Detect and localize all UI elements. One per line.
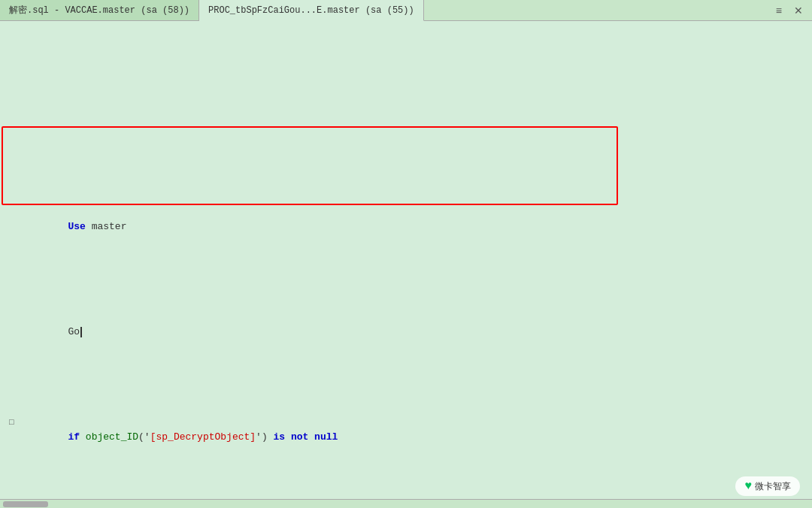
tab-proc[interactable]: PROC_tbSpFzCaiGou...E.master (sa (55))	[199, 0, 424, 21]
code-text: Go	[21, 310, 812, 355]
watermark: ♥ 微卡智享	[735, 476, 800, 496]
pin-button[interactable]: ≡	[773, 3, 785, 18]
close-button[interactable]: ✕	[791, 3, 806, 18]
code-line	[9, 129, 812, 144]
gutter-icon	[9, 129, 21, 144]
gutter-icon: □	[9, 415, 21, 430]
bottom-scrollbar[interactable]	[0, 499, 812, 508]
scroll-thumb[interactable]	[3, 501, 48, 507]
code-line: □ if object_ID('[sp_DecryptObject]') is …	[9, 415, 812, 460]
code-text: Use master	[21, 204, 812, 249]
watermark-text: 微卡智享	[755, 480, 791, 493]
code-text: if object_ID('[sp_DecryptObject]') is no…	[21, 415, 812, 460]
code-line: Use master	[9, 204, 812, 249]
code-line: Go	[9, 310, 812, 355]
editor-container[interactable]: Use master Go □ if object_ID('[sp_Decryp…	[0, 21, 812, 499]
tab-label-1: 解密.sql - VACCAE.master (sa (58))	[9, 4, 189, 17]
gutter-icon	[9, 310, 21, 325]
tab-label-2: PROC_tbSpFzCaiGou...E.master (sa (55))	[208, 5, 414, 16]
wechat-icon: ♥	[744, 479, 752, 493]
code-area: Use master Go □ if object_ID('[sp_Decryp…	[0, 21, 812, 499]
gutter-icon	[9, 204, 21, 219]
code-text	[21, 129, 812, 144]
tab-bar: 解密.sql - VACCAE.master (sa (58)) PROC_tb…	[0, 0, 812, 21]
tab-actions: ≡ ✕	[767, 0, 812, 20]
tab-decrypt-sql[interactable]: 解密.sql - VACCAE.master (sa (58))	[0, 0, 199, 20]
